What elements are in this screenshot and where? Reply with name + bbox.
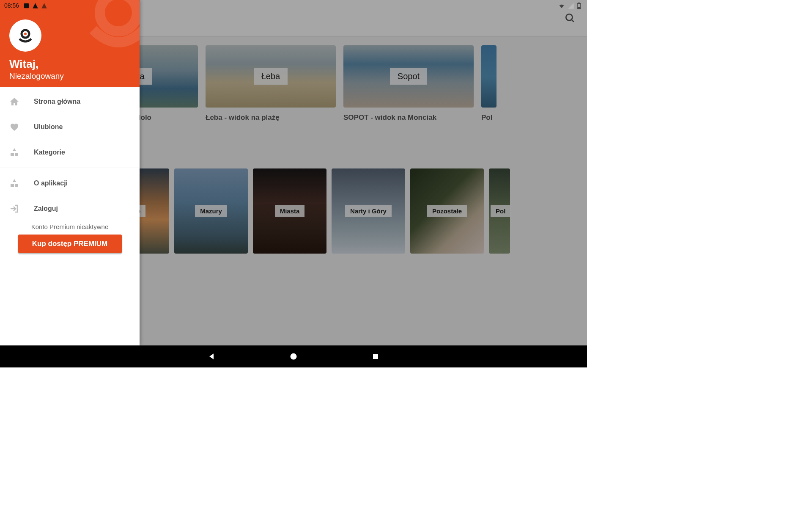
webcam-image <box>481 45 497 108</box>
divider <box>0 168 140 168</box>
svg-point-13 <box>291 353 297 360</box>
category-card[interactable]: Narty i Góry <box>332 168 405 254</box>
status-icons-right <box>558 3 581 9</box>
search-icon <box>565 13 576 24</box>
svg-point-3 <box>100 0 137 31</box>
webcam-card[interactable]: Sopot SOPOT - widok na Monciak <box>343 45 474 122</box>
search-button[interactable] <box>562 10 579 27</box>
buy-premium-button[interactable]: Kup dostęp PREMIUM <box>18 235 122 253</box>
category-badge: Pol <box>491 205 510 217</box>
category-badge: Mazury <box>195 205 227 217</box>
circle-icon <box>289 352 298 361</box>
svg-rect-2 <box>24 3 29 8</box>
warning-icon <box>32 3 38 9</box>
webcam-badge: Łeba <box>254 68 288 85</box>
webcam-title: Łeba - widok na plażę <box>206 113 336 122</box>
sidebar-item-about[interactable]: O aplikacji <box>0 171 140 196</box>
avatar[interactable] <box>9 19 41 52</box>
webcam-row: Jurata JURATA - widok na Molo Łeba Łeba … <box>68 45 574 122</box>
category-icon <box>9 147 19 157</box>
svg-rect-9 <box>11 184 14 187</box>
navigation-drawer: 08:56 Witaj, Niezalogowany Strona główna… <box>0 0 140 345</box>
recent-button[interactable] <box>370 351 381 362</box>
battery-icon <box>577 3 581 9</box>
android-nav-bar <box>0 345 587 367</box>
svg-point-8 <box>15 184 18 187</box>
sidebar-item-label: O aplikacji <box>34 179 68 187</box>
webcam-image: Łeba <box>206 45 336 108</box>
sidebar-item-label: Strona główna <box>34 98 80 105</box>
sidebar-item-categories[interactable]: Kategorie <box>0 140 140 165</box>
sidebar-item-label: Ulubione <box>34 123 63 131</box>
sidebar-item-home[interactable]: Strona główna <box>0 89 140 114</box>
signal-icon <box>568 3 574 9</box>
premium-box: Konto Premium nieaktywne Kup dostęp PREM… <box>0 223 140 253</box>
svg-rect-7 <box>11 153 14 156</box>
heart-icon <box>9 122 19 132</box>
svg-rect-14 <box>373 354 378 359</box>
svg-point-6 <box>15 153 18 156</box>
webcam-title: Pol <box>481 113 497 122</box>
login-icon <box>9 204 19 214</box>
status-time: 08:56 <box>4 2 19 9</box>
premium-status: Konto Premium nieaktywne <box>9 223 130 230</box>
home-button[interactable] <box>288 351 299 362</box>
login-status: Niezalogowany <box>9 72 130 81</box>
category-badge: Miasta <box>275 205 305 217</box>
app-logo-icon <box>15 25 36 46</box>
drawer-list: Strona główna Ulubione Kategorie O aplik… <box>0 87 140 345</box>
image-icon <box>23 3 30 9</box>
back-button[interactable] <box>206 351 217 362</box>
sidebar-item-label: Zaloguj <box>34 205 58 213</box>
svg-point-5 <box>24 33 27 35</box>
warning-icon <box>41 3 47 9</box>
category-card[interactable]: Miasta <box>253 168 326 254</box>
back-icon <box>207 352 216 361</box>
sidebar-item-favorites[interactable]: Ulubione <box>0 114 140 140</box>
webcam-badge: Sopot <box>390 68 427 85</box>
svg-rect-11 <box>578 3 580 3</box>
category-row: zyjne Plaże Mazury Miasta Narty i Góry P… <box>68 168 574 254</box>
sidebar-item-login[interactable]: Zaloguj <box>0 196 140 221</box>
webcam-image: Sopot <box>343 45 474 108</box>
webcam-card[interactable]: Łeba Łeba - widok na plażę <box>206 45 336 122</box>
webcam-title: SOPOT - widok na Monciak <box>343 113 474 122</box>
category-badge: Pozostałe <box>427 205 467 217</box>
wifi-icon <box>558 3 565 9</box>
category-icon <box>9 178 19 188</box>
svg-rect-12 <box>578 7 580 8</box>
category-card[interactable]: Mazury <box>174 168 248 254</box>
category-badge: Narty i Góry <box>345 205 392 217</box>
status-icons <box>23 3 47 9</box>
category-card[interactable]: Pol <box>489 168 510 254</box>
drawer-header: 08:56 Witaj, Niezalogowany <box>0 0 140 87</box>
category-card[interactable]: Pozostałe <box>410 168 484 254</box>
sidebar-item-label: Kategorie <box>34 149 65 156</box>
logo-decoration <box>76 0 140 64</box>
svg-point-0 <box>566 14 572 20</box>
webcam-card[interactable]: Pol <box>481 45 497 122</box>
svg-line-1 <box>571 19 573 22</box>
home-icon <box>9 97 19 107</box>
square-icon <box>372 353 379 360</box>
